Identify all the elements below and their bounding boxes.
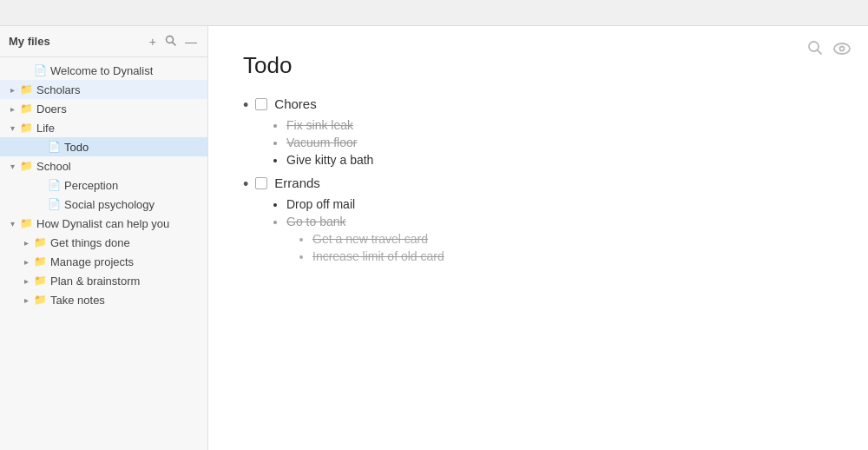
sidebar-item-get-things-done[interactable]: Get things done — [0, 233, 207, 252]
section-items: Fix sink leakVacuum floorGive kitty a ba… — [243, 118, 833, 167]
sidebar-item-plan-brainstorm[interactable]: Plan & brainstorm — [0, 271, 207, 290]
file-icon — [47, 140, 61, 154]
main-content: Todo •ChoresFix sink leakVacuum floorGiv… — [208, 26, 868, 450]
search-sidebar-button[interactable] — [163, 33, 178, 50]
todo-item: Drop off mail — [286, 197, 833, 211]
todo-list: •ChoresFix sink leakVacuum floorGive kit… — [243, 96, 833, 263]
todo-item: Give kitty a bath — [286, 153, 833, 167]
sidebar-item-label: Social psychology — [64, 198, 155, 211]
folder-icon — [19, 159, 33, 173]
section-checkbox[interactable] — [255, 98, 267, 110]
sidebar-item-welcome[interactable]: Welcome to Dynalist — [0, 61, 207, 80]
folder-icon — [33, 293, 47, 307]
section-items: Drop off mailGo to bankGet a new travel … — [243, 197, 833, 263]
arrow-icon — [19, 276, 33, 286]
todo-section-chores: •ChoresFix sink leakVacuum floorGive kit… — [243, 96, 833, 167]
folder-icon — [33, 235, 47, 249]
sidebar-item-label: Todo — [64, 141, 89, 154]
section-checkbox[interactable] — [255, 177, 267, 189]
sidebar-item-label: Manage projects — [50, 255, 134, 268]
arrow-icon — [19, 238, 33, 248]
sub-items: Get a new travel cardIncrease limit of o… — [286, 232, 833, 263]
arrow-icon — [5, 104, 19, 114]
file-icon — [33, 63, 47, 77]
bullet-dot: • — [243, 97, 248, 113]
sidebar: My files + — Welcome to DynalistScholars… — [0, 26, 208, 450]
collapse-sidebar-button[interactable]: — — [183, 34, 199, 50]
arrow-icon — [5, 162, 19, 171]
svg-line-3 — [818, 50, 822, 55]
svg-point-5 — [840, 47, 845, 51]
sidebar-item-scholars[interactable]: Scholars — [0, 80, 207, 99]
arrow-icon — [5, 123, 19, 133]
arrow-icon — [19, 257, 33, 267]
sub-todo-item: Get a new travel card — [312, 232, 833, 246]
sidebar-header-icons: + — — [148, 33, 199, 50]
file-icon — [47, 197, 61, 211]
eye-button[interactable] — [833, 41, 851, 59]
search-main-button[interactable] — [807, 40, 823, 60]
folder-icon — [19, 102, 33, 116]
sidebar-title: My files — [9, 35, 50, 48]
todo-item-label: Go to bank — [286, 215, 346, 228]
sidebar-item-doers[interactable]: Doers — [0, 99, 207, 118]
sidebar-header: My files + — — [0, 26, 207, 57]
sidebar-item-label: Scholars — [36, 83, 81, 96]
section-title: Chores — [274, 96, 316, 111]
folder-icon — [19, 121, 33, 135]
file-icon — [47, 178, 61, 192]
sub-todo-item: Increase limit of old card — [312, 249, 833, 263]
add-file-button[interactable]: + — [148, 34, 158, 50]
sidebar-item-label: Get things done — [50, 236, 130, 249]
svg-line-1 — [173, 43, 176, 46]
sidebar-item-perception[interactable]: Perception — [0, 175, 207, 195]
todo-item-label: Fix sink leak — [286, 118, 353, 132]
sidebar-item-social-psychology[interactable]: Social psychology — [0, 195, 207, 214]
sidebar-item-school[interactable]: School — [0, 156, 207, 175]
sidebar-item-label: Welcome to Dynalist — [50, 64, 153, 77]
folder-icon — [33, 255, 47, 268]
svg-point-4 — [834, 43, 850, 54]
sidebar-item-label: Take notes — [50, 294, 105, 307]
todo-section-errands: •ErrandsDrop off mailGo to bankGet a new… — [243, 175, 833, 263]
bullet-dot: • — [243, 176, 248, 192]
sidebar-item-manage-projects[interactable]: Manage projects — [0, 252, 207, 271]
top-right-icons — [807, 40, 851, 60]
section-title: Errands — [274, 175, 320, 190]
top-bar — [0, 0, 868, 26]
sidebar-item-life[interactable]: Life — [0, 118, 207, 137]
folder-icon — [33, 274, 47, 288]
todo-item: Go to bankGet a new travel cardIncrease … — [286, 215, 833, 263]
section-header: •Chores — [243, 96, 833, 113]
sidebar-item-take-notes[interactable]: Take notes — [0, 290, 207, 309]
sidebar-item-label: Perception — [64, 179, 118, 192]
sidebar-item-how-dynalist[interactable]: How Dynalist can help you — [0, 214, 207, 233]
todo-item-label: Vacuum floor — [286, 136, 357, 149]
arrow-icon — [19, 295, 33, 305]
arrow-icon — [5, 219, 19, 228]
section-header: •Errands — [243, 175, 833, 192]
sidebar-item-label: Plan & brainstorm — [50, 275, 140, 288]
todo-item: Vacuum floor — [286, 136, 833, 149]
page-title: Todo — [243, 52, 833, 79]
todo-item-label: Give kitty a bath — [286, 153, 373, 167]
todo-item: Fix sink leak — [286, 118, 833, 132]
sidebar-item-label: Life — [36, 122, 55, 135]
sidebar-item-label: Doers — [36, 103, 67, 116]
folder-icon — [19, 83, 33, 96]
app-container: My files + — Welcome to DynalistScholars… — [0, 26, 868, 450]
folder-icon — [19, 216, 33, 230]
sidebar-item-label: School — [36, 160, 71, 173]
arrow-icon — [5, 85, 19, 95]
sidebar-tree: Welcome to DynalistScholarsDoersLifeTodo… — [0, 57, 207, 450]
sidebar-item-label: How Dynalist can help you — [36, 217, 169, 230]
sidebar-item-todo[interactable]: Todo — [0, 137, 207, 156]
todo-item-label: Drop off mail — [286, 197, 355, 211]
